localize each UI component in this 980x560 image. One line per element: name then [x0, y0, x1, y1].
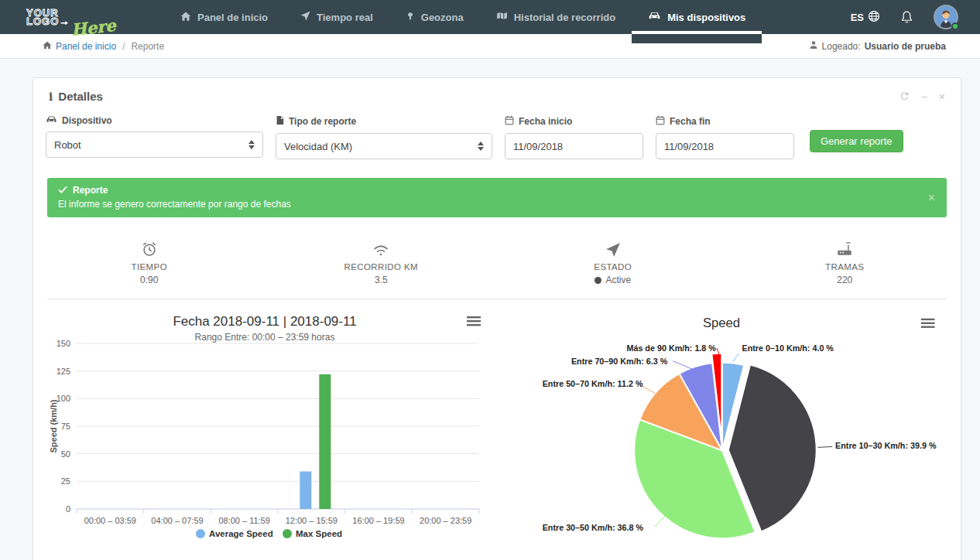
breadcrumb-separator: / — [122, 41, 125, 52]
navbar-right: ES — [851, 5, 958, 29]
nav-item-geozona[interactable]: Geozona — [389, 0, 480, 34]
stats-row: TIEMPO 0:90 RECORRIDO KM 3.5 ESTADO Acti… — [33, 217, 961, 287]
date-start-input[interactable]: 11/09/2018 — [505, 133, 643, 159]
x-tick-label: 08:00 – 11:59 — [218, 516, 269, 525]
breadcrumb-home-link[interactable]: Panel de inicio — [43, 41, 116, 52]
refresh-icon[interactable] — [899, 91, 910, 101]
report-form: Dispositivo Robot Tipo de reporte Veloci… — [33, 109, 961, 170]
minimize-icon[interactable]: − — [921, 90, 927, 103]
nav-label: Geozona — [421, 12, 464, 23]
details-card: i Detalles − × Dispositivo Robot Tipo de… — [33, 77, 961, 560]
y-tick-label: 100 — [57, 394, 70, 403]
chart-menu-icon[interactable] — [921, 319, 935, 328]
stat-label: TIEMPO — [33, 262, 266, 271]
stat-label: RECORRIDO KM — [266, 262, 498, 271]
select-stepper-icon — [478, 142, 484, 151]
nav-label: Panel de inicio — [197, 12, 268, 23]
device-select-value: Robot — [54, 139, 81, 151]
legend-label-max[interactable]: Max Speed — [296, 529, 342, 538]
stat-value: 0:90 — [33, 275, 266, 285]
bar-average-speed[interactable] — [300, 471, 311, 509]
stat-tramas: TRAMAS 220 — [729, 237, 961, 285]
calendar-icon — [656, 115, 665, 128]
pie-chart-title: Speed — [703, 316, 740, 330]
nav-item-panel-de-inicio[interactable]: Panel de inicio — [164, 0, 284, 34]
stat-tiempo: TIEMPO 0:90 — [33, 237, 266, 285]
pie-label-1: Entre 10–30 Km/h: 39.9 % — [835, 441, 937, 450]
logged-label: Logeado: — [822, 41, 861, 52]
stat-recorrido: RECORRIDO KM 3.5 — [266, 237, 498, 285]
pie-label-0: Entre 0–10 Km/h: 4.0 % — [742, 343, 834, 353]
breadcrumb-current: Reporte — [131, 41, 164, 52]
notifications-bell-icon[interactable] — [900, 10, 913, 24]
close-icon[interactable]: × — [939, 90, 945, 103]
y-axis-title: Speed (km/h) — [49, 399, 58, 452]
device-label: Dispositivo — [46, 115, 263, 126]
y-tick-label: 125 — [57, 367, 70, 376]
info-icon: i — [49, 90, 53, 103]
date-start-label: Fecha inicio — [505, 115, 643, 128]
user-avatar[interactable] — [934, 5, 958, 29]
pie-label-connector — [655, 516, 666, 528]
page-content: i Detalles − × Dispositivo Robot Tipo de… — [0, 59, 980, 560]
pie-label-4: Entre 70–90 Km/h: 6.3 % — [571, 357, 668, 366]
generate-report-button[interactable]: Generar reporte — [810, 130, 903, 152]
y-tick-label: 0 — [66, 504, 70, 514]
nav-label: Tiempo real — [317, 12, 373, 23]
card-controls: − × — [899, 90, 945, 103]
card-header: i Detalles − × — [33, 78, 961, 109]
device-field: Dispositivo Robot — [46, 115, 263, 159]
bar-chart-subtitle: Rango Entre: 00:00 – 23:59 horas — [195, 332, 335, 343]
car-icon — [46, 115, 57, 126]
x-tick-label: 12:00 – 15:59 — [286, 516, 338, 525]
select-stepper-icon — [248, 140, 255, 149]
report-type-field: Tipo de reporte Velocidad (KM) — [276, 115, 492, 159]
report-type-select[interactable]: Velocidad (KM) — [276, 133, 492, 159]
stat-label: ESTADO — [497, 262, 729, 271]
bar-chart-legend[interactable]: Average Speed Max Speed — [196, 529, 342, 538]
stat-value: 3.5 — [266, 275, 498, 285]
top-navbar: YOUR LOGO→ Here Panel de inicio Tiempo r… — [0, 0, 980, 34]
pin-icon — [406, 11, 415, 24]
generate-button-wrap: Generar reporte — [810, 115, 903, 159]
device-select[interactable]: Robot — [46, 131, 263, 158]
success-alert: Reporte El informe se genero correctamen… — [47, 178, 947, 217]
bar-max-speed[interactable] — [319, 374, 331, 509]
alert-close-icon[interactable]: × — [928, 191, 935, 205]
device-label-text: Dispositivo — [62, 115, 112, 126]
y-tick-label: 50 — [61, 449, 70, 459]
router-icon — [729, 237, 961, 258]
legend-marker-average — [196, 529, 205, 538]
language-selector[interactable]: ES — [851, 10, 880, 25]
stat-value: 220 — [729, 275, 961, 285]
pie-label-3: Entre 50–70 Km/h: 11.2 % — [543, 379, 643, 388]
language-code: ES — [851, 12, 864, 23]
date-end-value: 11/09/2018 — [664, 141, 714, 152]
main-nav: Panel de inicio Tiempo real Geozona Hist… — [164, 0, 762, 34]
map-icon — [496, 11, 508, 23]
x-tick-label: 20:00 – 23:59 — [420, 516, 471, 525]
pie-plot-area: Entre 0–10 Km/h: 4.0 %Entre 10–30 Km/h: … — [543, 343, 937, 538]
breadcrumb-home-label: Panel de inicio — [56, 41, 116, 52]
online-status-dot — [951, 22, 959, 30]
stat-label: TRAMAS — [729, 262, 961, 271]
breadcrumb-bar: Panel de inicio / Reporte Logeado: Usuar… — [0, 34, 980, 59]
calendar-icon — [505, 115, 514, 128]
nav-item-tiempo-real[interactable]: Tiempo real — [284, 0, 389, 34]
pie-label-connector — [818, 446, 833, 447]
nav-item-historial-de-recorrido[interactable]: Historial de recorrido — [480, 0, 632, 34]
alert-message: El informe se genero correctamente por r… — [58, 199, 936, 210]
globe-icon — [868, 10, 880, 25]
x-tick-label: 04:00 – 07:59 — [151, 516, 203, 525]
alarm-clock-icon — [33, 237, 266, 258]
app-logo[interactable]: YOUR LOGO→ Here — [26, 9, 142, 26]
y-tick-label: 150 — [57, 339, 70, 348]
date-end-input[interactable]: 11/09/2018 — [656, 133, 794, 159]
nav-item-mis-dispositivos[interactable]: Mis dispositivos — [632, 0, 762, 34]
home-icon — [180, 11, 191, 24]
alert-title-text: Reporte — [73, 185, 108, 196]
chart-menu-icon[interactable] — [467, 316, 481, 326]
legend-label-average[interactable]: Average Speed — [209, 529, 273, 538]
report-type-label-text: Tipo de reporte — [289, 116, 356, 127]
pie-label-2: Entre 30–50 Km/h: 36.8 % — [543, 523, 644, 532]
